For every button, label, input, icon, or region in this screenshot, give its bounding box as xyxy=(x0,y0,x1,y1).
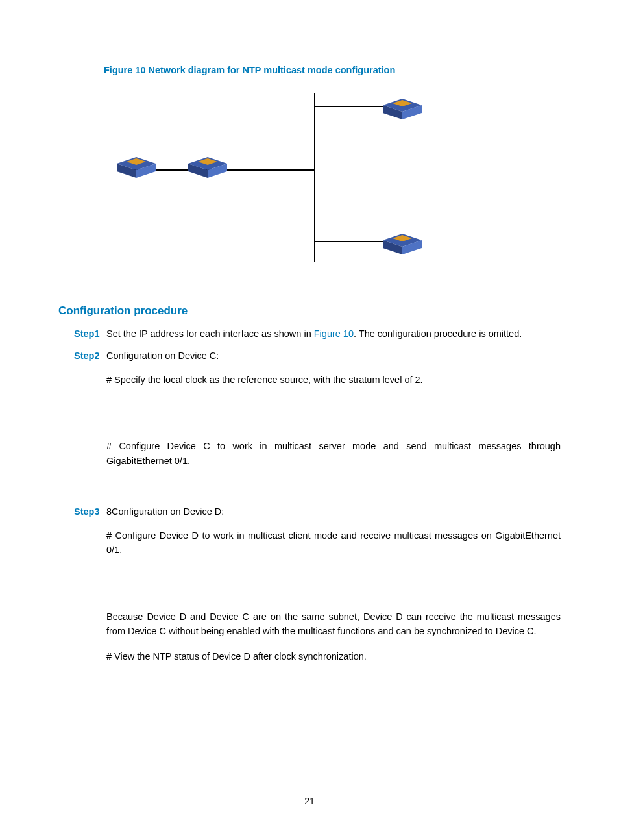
step-3: Step3 8Configuration on Device D: xyxy=(58,504,561,519)
step-paragraph: # Configure Device D to work in multicas… xyxy=(106,528,561,558)
step-text: 8Configuration on Device D: xyxy=(106,504,561,519)
device-icon xyxy=(117,157,156,178)
step-text: Configuration on Device C: xyxy=(106,349,561,363)
network-diagram xyxy=(104,87,441,269)
step-paragraph: # Configure Device C to work in multicas… xyxy=(106,439,561,468)
step-2: Step2 Configuration on Device C: xyxy=(58,349,561,363)
step-label: Step3 xyxy=(74,504,106,519)
figure-link[interactable]: Figure 10 xyxy=(314,328,354,339)
device-icon xyxy=(188,157,227,178)
step-paragraph: Because Device D and Device C are on the… xyxy=(106,610,561,639)
step-paragraph: # Specify the local clock as the referen… xyxy=(106,373,561,387)
step-label: Step2 xyxy=(74,349,106,363)
figure-title: Figure 10 Network diagram for NTP multic… xyxy=(104,65,561,75)
page-number: 21 xyxy=(0,796,619,806)
step-paragraph: # View the NTP status of Device D after … xyxy=(106,649,561,663)
step-text: Set the IP address for each interface as… xyxy=(106,327,561,341)
device-icon xyxy=(383,234,422,254)
device-icon xyxy=(383,99,422,119)
section-heading: Configuration procedure xyxy=(58,304,561,317)
step-1: Step1 Set the IP address for each interf… xyxy=(58,327,561,341)
step-label: Step1 xyxy=(74,327,106,341)
